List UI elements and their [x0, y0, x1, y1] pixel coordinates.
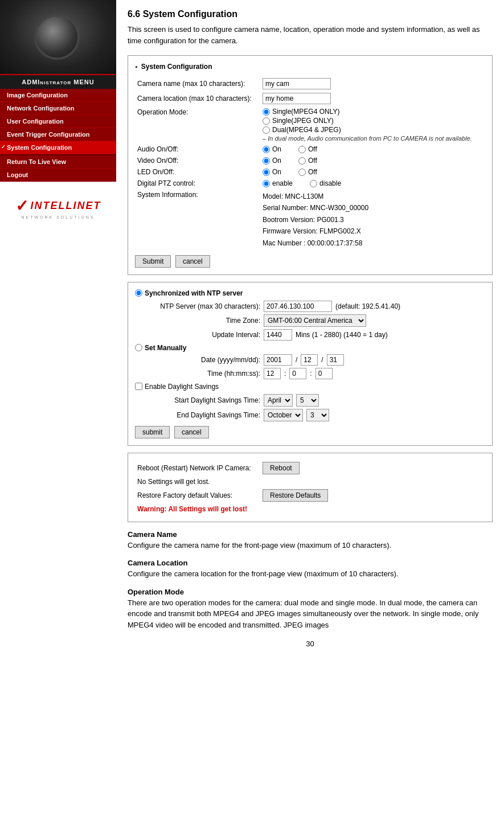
timezone-row: Time Zone: GMT-06:00 Central America [146, 314, 485, 327]
audio-on[interactable]: On [263, 145, 281, 153]
restore-label: Restore Factory default Values: [135, 487, 260, 503]
return-to-live-view[interactable]: Return To Live View [0, 155, 116, 169]
mode-jpeg-only[interactable]: Single(JPEG ONLY) [263, 117, 483, 125]
ntp-radio-label[interactable]: Synchronized with NTP server [135, 289, 485, 297]
mode-dual[interactable]: Dual(MPEG4 & JPEG) [263, 126, 483, 134]
intellinet-check-icon: ✓ [15, 196, 28, 215]
panel1-title: System Configuration [135, 63, 485, 71]
manual-radio-label[interactable]: Set Manually [135, 344, 485, 352]
mode-mpeg4-label: Single(MPEG4 ONLY) [272, 108, 339, 116]
operation-mode-heading: Operation Mode [128, 588, 493, 596]
intellinet-logo: ✓ INTELLINET NETWORK SOLUTIONS [0, 182, 116, 233]
end-daylight-label: End Daylight Savings Time: [146, 411, 260, 419]
update-interval-note: Mins (1 - 2880) (1440 = 1 day) [296, 331, 388, 339]
led-on[interactable]: On [263, 168, 281, 176]
operation-mode-body: There are two operation modes for the ca… [128, 597, 493, 631]
set-manually-label: Set Manually [145, 344, 186, 352]
video-off[interactable]: Off [298, 157, 317, 165]
time-label: Time (hh:mm:ss): [146, 370, 260, 378]
sidebar-item-user-config[interactable]: User Configuration [0, 115, 116, 128]
page-number: 30 [128, 639, 493, 648]
sidebar-item-system-config[interactable]: System Configuration [0, 141, 116, 154]
audio-row: Audio On/Off: On Off [135, 143, 485, 155]
video-row: Video On/Off: On Off [135, 155, 485, 166]
config-form-table: Camera name (max 10 characters): Camera … [135, 76, 485, 251]
date-dd-input[interactable] [327, 354, 344, 366]
end-day-select[interactable]: 3 [306, 409, 329, 421]
time-config-panel: Synchronized with NTP server NTP Server … [128, 282, 493, 446]
mode-mpeg4-only[interactable]: Single(MPEG4 ONLY) [263, 108, 483, 116]
daylight-label: Enable Daylight Savings [145, 383, 219, 391]
mode-dual-label: Dual(MPEG4 & JPEG) [272, 126, 341, 134]
panel2-submit-btn[interactable]: submit [135, 426, 170, 438]
daylight-checkbox-label[interactable]: Enable Daylight Savings [135, 383, 485, 391]
time-ss-input[interactable] [315, 368, 333, 379]
camera-location-input[interactable] [263, 93, 331, 104]
update-interval-label: Update Interval: [146, 331, 260, 339]
audio-radio-group: On Off [263, 145, 483, 153]
date-row: Date (yyyy/mm/dd): / / [146, 354, 485, 366]
date-mm-input[interactable] [301, 354, 318, 366]
camera-location-body: Configure the camera location for the fr… [128, 568, 493, 580]
timezone-select[interactable]: GMT-06:00 Central America [264, 314, 366, 327]
daylight-checkbox[interactable] [135, 383, 142, 390]
date-yyyy-input[interactable] [264, 354, 292, 366]
restore-row: Restore Factory default Values: Restore … [135, 487, 485, 503]
update-interval-row: Update Interval: Mins (1 - 2880) (1440 =… [146, 329, 485, 341]
ntp-fields: NTP Server (max 30 characters): (default… [135, 301, 485, 341]
bootrom-info: Bootrom Version: PG001.3 [263, 214, 483, 225]
led-off[interactable]: Off [298, 168, 317, 176]
sidebar-item-event-trigger[interactable]: Event Trigger Configuration [0, 128, 116, 141]
operation-mode-row: Operation Mode: Single(MPEG4 ONLY) Singl… [135, 106, 485, 143]
start-month-select[interactable]: April [264, 394, 293, 407]
video-label: Video On/Off: [135, 155, 260, 166]
camera-name-heading: Camera Name [128, 530, 493, 539]
panel1-submit-btn[interactable]: Submit [135, 255, 171, 268]
panel1-cancel-btn[interactable]: cancel [175, 255, 210, 268]
intellinet-brand-name: INTELLINET [31, 200, 101, 212]
manual-fields: Date (yyyy/mm/dd): / / Time (hh:mm:ss): … [135, 354, 485, 379]
ptz-enable[interactable]: enable [263, 179, 293, 187]
sidebar-item-network-config[interactable]: Network Configuration [0, 102, 116, 115]
end-month-select[interactable]: October [264, 409, 303, 421]
page-title: 6.6 System Configuration [128, 9, 493, 19]
time-row: Time (hh:mm:ss): : : [146, 368, 485, 379]
audio-off[interactable]: Off [298, 145, 317, 153]
timezone-label: Time Zone: [146, 317, 260, 325]
date-label: Date (yyyy/mm/dd): [146, 356, 260, 364]
camera-name-row: Camera name (max 10 characters): [135, 76, 485, 91]
ntp-server-input[interactable] [264, 301, 332, 312]
camera-name-label: Camera name (max 10 characters): [135, 76, 260, 91]
panel2-cancel-btn[interactable]: cancel [174, 426, 209, 438]
camera-name-body: Configure the camera name for the front-… [128, 540, 493, 551]
sidebar-item-image-config[interactable]: Image Configuration [0, 89, 116, 102]
camera-name-input[interactable] [263, 78, 331, 89]
no-settings-row: No Settings will get lost. [135, 476, 485, 487]
daylight-fields: Start Daylight Savings Time: April 5 End… [135, 394, 485, 421]
system-info-block: Model: MNC-L130M Serial Number: MNC-W300… [263, 191, 483, 249]
ntp-default-text: (default: 192.5.41.40) [335, 302, 400, 310]
reboot-row: Reboot (Restart) Network IP Camera: Rebo… [135, 460, 485, 476]
logout-link[interactable]: Logout [0, 169, 116, 182]
warning-row: Warning: All Settings will get lost! [135, 503, 485, 515]
sidebar: ADMInistrator MENU Image Configuration N… [0, 0, 116, 657]
ptz-disable[interactable]: disable [310, 179, 341, 187]
panel2-buttons: submit cancel [135, 426, 485, 438]
update-interval-input[interactable] [264, 329, 292, 341]
ptz-label: Digital PTZ control: [135, 178, 260, 189]
start-day-select[interactable]: 5 [296, 394, 319, 407]
time-mm-input[interactable] [289, 368, 306, 379]
time-hh-input[interactable] [264, 368, 281, 379]
reboot-btn[interactable]: Reboot [263, 462, 300, 474]
model-info: Model: MNC-L130M [263, 191, 483, 202]
ntp-server-label: NTP Server (max 30 characters): [146, 302, 260, 310]
ntp-server-row: NTP Server (max 30 characters): (default… [146, 301, 485, 312]
restore-defaults-btn[interactable]: Restore Defaults [263, 489, 328, 502]
reboot-table: Reboot (Restart) Network IP Camera: Rebo… [135, 460, 485, 515]
led-label: LED On/Off: [135, 166, 260, 178]
intro-text: This screen is used to configure camera … [128, 24, 493, 46]
sidebar-bottom-links: Return To Live View Logout [0, 154, 116, 182]
ntp-section: Synchronized with NTP server NTP Server … [135, 289, 485, 421]
video-on[interactable]: On [263, 157, 281, 165]
intellinet-sub-label: NETWORK SOLUTIONS [21, 215, 95, 219]
